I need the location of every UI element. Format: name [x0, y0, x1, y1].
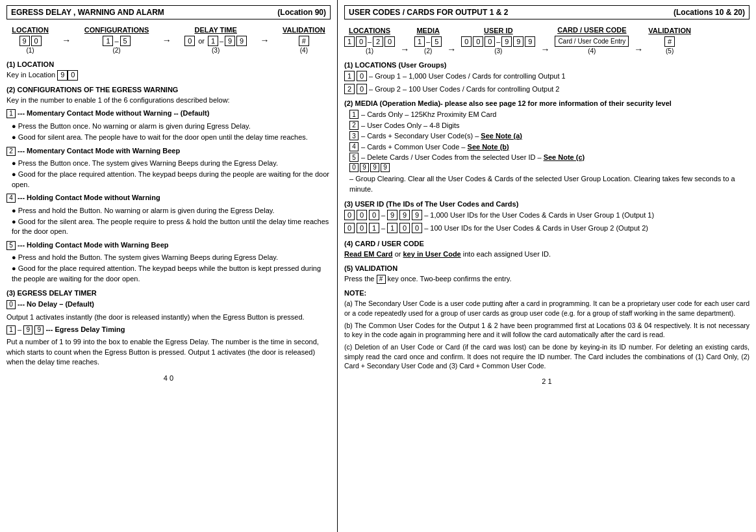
box-9a: 9: [225, 36, 235, 46]
config-1: 1 --- Momentary Contact Mode without War…: [6, 108, 331, 142]
flow-location: LOCATION 9 0 (1): [12, 26, 49, 54]
flow-validation-sub: (4): [300, 47, 308, 54]
box-9: 9: [19, 36, 30, 46]
left-page: EGRESS DELAY , WARNING AND ALARM (Locati…: [0, 0, 338, 532]
timer-0: 0 --- No Delay – (Default) Output 1 acti…: [6, 299, 331, 322]
rs3-r1-desc: – 1,000 User IDs for the User Codes & Ca…: [424, 211, 654, 219]
flow-delay-label: DELAY TIME: [194, 26, 236, 34]
rs2-box-9c: 9: [381, 163, 390, 172]
flow-location-sub: (1): [26, 47, 34, 54]
rf-arrow4: →: [634, 44, 643, 55]
rs2-item5: 5 – Delete Cards / User Codes from the s…: [349, 152, 750, 163]
arrow-3: →: [260, 35, 270, 45]
rf-validation: VALIDATION # (5): [648, 27, 691, 55]
config-1-item1: Press the Button once. No warning or ala…: [12, 121, 331, 131]
dash-1: –: [114, 37, 118, 45]
rs3-r2-b4: 1: [387, 223, 397, 233]
rs5-hash-box: #: [377, 275, 386, 284]
flow-delay: DELAY TIME 0 or 1 – 9 9 (3): [184, 26, 247, 54]
left-location: (Location 90): [277, 8, 326, 17]
s3-title: (3) EGRESS DELAY TIMER: [6, 289, 331, 297]
rs3-r1-dash: –: [381, 211, 385, 219]
box-5: 5: [120, 36, 131, 46]
flow-location-label: LOCATION: [12, 26, 49, 34]
rs2-box1: 1: [349, 110, 359, 119]
timer-1: 1 – 9 9 --- Egress Delay Timing Put a nu…: [6, 325, 331, 368]
rf-box-9u2: 9: [513, 36, 523, 47]
rs2-box3: 3: [349, 131, 359, 140]
timer-1-box: 1: [6, 325, 16, 335]
rs3-row1: 0 0 0 – 9 9 9 – 1,000 User IDs for the U…: [344, 210, 750, 220]
rs1-title: (1) LOCATIONS (User Groups): [344, 61, 750, 69]
rs3-r1-b6: 9: [412, 210, 422, 220]
rs5-validation: (5) VALIDATION Press the # key once. Two…: [344, 264, 750, 284]
config-4-title: 4 --- Holding Contact Mode without Warni…: [6, 193, 331, 203]
config-4-item1: Press and hold the Button. No warning or…: [12, 206, 331, 216]
flow-validation: VALIDATION # (4): [283, 26, 325, 54]
flow-location-boxes: 9 0: [19, 36, 42, 46]
rf-arrow2: →: [447, 44, 456, 55]
rs2-box4: 4: [349, 142, 359, 151]
note-a: (a) The Secondary User Code is a user co…: [344, 299, 750, 318]
rf-box-0u1: 0: [461, 36, 472, 47]
rs2-box5: 5: [349, 153, 359, 162]
rf-box-hash: #: [664, 36, 675, 47]
s1-desc: Key in Location 90: [6, 70, 331, 81]
rf-media-sub: (2): [424, 47, 432, 55]
timer-0-desc: Output 1 activates instantly (the door i…: [6, 312, 331, 322]
rs2-item2: 2 – User Codes Only – 4-8 Digits: [349, 120, 750, 131]
rf-validation-sub: (5): [666, 47, 674, 55]
rs2-item4: 4 – Cards + Common User Code – See Note …: [349, 142, 750, 153]
rs4-card: (4) CARD / USER CODE Read EM Card or key…: [344, 240, 750, 259]
rf-media: MEDIA 1 – 5 (2): [414, 27, 442, 55]
rf-userid-boxes: 0 0 0 – 9 9 9: [461, 36, 535, 47]
rs1-g1-0: 0: [357, 71, 367, 81]
rf-box-1: 1: [344, 36, 355, 47]
rf-card: CARD / USER CODE Card / User Code Entry …: [555, 26, 629, 55]
rf-dash-m: –: [426, 38, 430, 45]
config-4-box: 4: [6, 194, 16, 203]
right-page-num: 2 1: [344, 377, 750, 385]
timer-9a-box: 9: [23, 325, 32, 335]
config-4-item2: Good for the silent area. The people req…: [12, 217, 331, 237]
box-hash: #: [299, 36, 309, 46]
rs2-item-group: 0 9 9 9 – Group Clearing. Clear all the …: [349, 163, 750, 195]
rs3-r1-b2: 0: [357, 210, 367, 220]
s1-box9: 9: [57, 70, 68, 81]
rs3-r2-desc: – 100 User IDs for the User Codes & Card…: [424, 224, 648, 232]
left-header: EGRESS DELAY , WARNING AND ALARM (Locati…: [6, 5, 331, 19]
rs3-r1-b4: 9: [387, 210, 397, 220]
or-text: or: [198, 37, 205, 45]
s2-title: (2) CONFIGURATIONS OF THE EGRESS WARNING: [6, 86, 331, 94]
right-header: USER CODES / CARDS FOR OUTPUT 1 & 2 (Loc…: [344, 5, 750, 19]
rf-box-0b: 0: [384, 36, 395, 47]
rf-locations-sub: (1): [366, 47, 373, 55]
notes-section: NOTE: (a) The Secondary User Code is a u…: [344, 289, 750, 371]
rf-validation-boxes: #: [664, 36, 675, 47]
timer-1-desc: Put a number of 1 to 99 into the box to …: [6, 337, 331, 367]
timer-0-title: 0 --- No Delay – (Default): [6, 299, 331, 309]
rs3-title: (3) USER ID (The IDs of The User Codes a…: [344, 200, 750, 208]
rs3-r2-b2: 0: [357, 223, 367, 233]
box-1: 1: [103, 36, 113, 46]
notes-title: NOTE:: [344, 289, 750, 297]
config-5-list: Press and hold the Button. The system gi…: [6, 253, 331, 284]
rs3-r2-dash: –: [381, 224, 385, 232]
rs1-group2: 2 0 – Group 2 – 100 User Codes / Cards f…: [344, 84, 750, 94]
rs3-userid: (3) USER ID (The IDs of The User Codes a…: [344, 200, 750, 233]
flow-delay-boxes: 0 or 1 – 9 9: [184, 36, 247, 46]
config-1-item2: Good for silent area. The people have to…: [12, 133, 331, 142]
config-2-list: Press the Button once. The system gives …: [6, 158, 331, 190]
rf-box-0u3: 0: [485, 36, 495, 47]
flow-config-boxes: 1 – 5: [103, 36, 130, 46]
rs2-media: (2) MEDIA (Operation Media)- please also…: [344, 99, 750, 195]
config-4: 4 --- Holding Contact Mode without Warni…: [6, 193, 331, 237]
config-2-item2: Good for the place required attention. T…: [12, 170, 331, 190]
s1-box0: 0: [68, 70, 78, 81]
config-2-item1: Press the Button once. The system gives …: [12, 158, 331, 168]
box-9b: 9: [236, 36, 247, 46]
rs1-g1-desc: – Group 1 – 1,000 User Codes / Cards for…: [369, 72, 566, 80]
config-5-title: 5 --- Holding Contact Mode with Warning …: [6, 240, 331, 250]
rs3-r2-b6: 0: [412, 223, 422, 233]
flow-config-label: CONFIGURATIONS: [84, 26, 149, 34]
